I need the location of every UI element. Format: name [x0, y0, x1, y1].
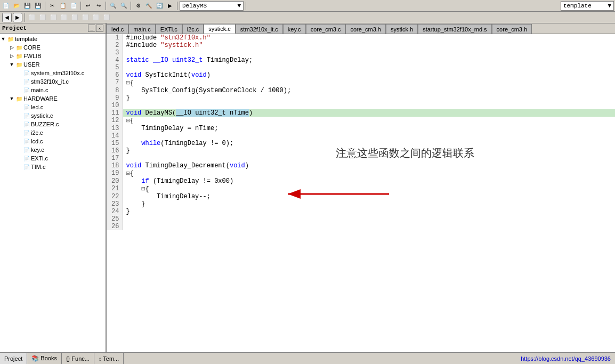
- panel-close-btn[interactable]: ✕: [96, 25, 103, 32]
- toolbar-extra5[interactable]: ⬜: [70, 13, 79, 22]
- tree-item-lcd[interactable]: 📄 lcd.c: [0, 137, 106, 145]
- line-content[interactable]: [123, 215, 615, 223]
- table-row: 21 ⊟{: [107, 185, 615, 193]
- tab-startup[interactable]: startup_stm32f10x_md.s: [418, 24, 491, 34]
- status-tab-func[interactable]: {} Func...: [62, 353, 94, 364]
- toolbar-build[interactable]: 🔨: [144, 1, 153, 11]
- line-content[interactable]: #include "systick.h": [123, 42, 615, 49]
- toolbar-redo[interactable]: ↪: [94, 1, 103, 11]
- tree-item-tim[interactable]: 📄 TIM.c: [0, 163, 106, 171]
- panel-minimize-btn[interactable]: _: [88, 25, 95, 32]
- line-content[interactable]: static __IO uint32_t TimingDelay;: [123, 56, 615, 64]
- status-tab-books[interactable]: 📚 Books: [27, 353, 62, 364]
- line-content[interactable]: }: [123, 200, 615, 208]
- status-bar: Project 📚 Books {} Func... ↕ Tem... http…: [0, 352, 615, 364]
- line-content[interactable]: [123, 102, 615, 109]
- tab-exti[interactable]: EXTi.c: [156, 24, 182, 34]
- tab-core3[interactable]: core_cm3.h: [492, 24, 532, 34]
- left-panel: Project _ ✕ ▼ 📁 template ▷ 📁 CORE ▷ 📁: [0, 23, 107, 352]
- tree-item-key[interactable]: 📄 key.c: [0, 145, 106, 154]
- toolbar-save[interactable]: 💾: [22, 1, 32, 11]
- tree-item-systick[interactable]: 📄 systick.c: [0, 111, 106, 120]
- tree-item-main[interactable]: 📄 main.c: [0, 86, 106, 94]
- led-expand-icon: [16, 104, 22, 110]
- stm32it-file-icon: 📄: [22, 78, 31, 85]
- toolbar-debug[interactable]: ▶: [165, 1, 175, 11]
- status-url: https://blog.csdn.net/qq_43690936: [521, 355, 615, 362]
- tree-item-fwlib[interactable]: ▷ 📁 FWLIB: [0, 52, 106, 60]
- toolbar-extra8[interactable]: ⬜: [102, 13, 111, 22]
- line-content[interactable]: ⊟{: [123, 185, 615, 193]
- toolbar-extra6[interactable]: ⬜: [80, 13, 90, 22]
- tree-item-user[interactable]: ▼ 📁 USER: [0, 60, 106, 69]
- toolbar-open[interactable]: 📂: [12, 1, 21, 11]
- nav-back-btn[interactable]: ◀: [2, 13, 12, 22]
- toolbar-replace[interactable]: 🔍: [119, 1, 128, 11]
- line-content[interactable]: ⊟{: [123, 117, 615, 125]
- nav-fwd-btn[interactable]: ▶: [13, 13, 22, 22]
- tab-i2c[interactable]: i2c.c: [182, 24, 204, 34]
- toolbar-extra1[interactable]: ⬜: [27, 13, 37, 22]
- line-content[interactable]: void TimingDelay_Decrement(void): [123, 162, 615, 169]
- line-content[interactable]: void SysTickInit(void): [123, 71, 615, 79]
- line-content[interactable]: [123, 155, 615, 162]
- line-content[interactable]: while(TimingDelay != 0);: [123, 140, 615, 147]
- line-content[interactable]: SysTick_Config(SystemCoreClock / 1000);: [123, 87, 615, 94]
- line-content[interactable]: TimingDelay--;: [123, 193, 615, 200]
- tab-systickh-label: systick.h: [391, 26, 413, 33]
- tree-item-buzzer[interactable]: 📄 BUZZER.c: [0, 120, 106, 128]
- table-row: 17: [107, 155, 615, 162]
- toolbar-save-all[interactable]: 💾: [33, 1, 43, 11]
- toolbar-extra3[interactable]: ⬜: [48, 13, 58, 22]
- table-row: 19⊟{: [107, 169, 615, 177]
- tab-core2[interactable]: core_cm3.h: [345, 24, 385, 34]
- tree-item-led[interactable]: 📄 led.c: [0, 103, 106, 111]
- tab-led[interactable]: led.c: [107, 24, 128, 34]
- tab-systickh[interactable]: systick.h: [386, 24, 418, 34]
- line-content[interactable]: ⊟{: [123, 79, 615, 87]
- line-number: 8: [107, 87, 123, 94]
- tree-item-core[interactable]: ▷ 📁 CORE: [0, 43, 106, 52]
- toolbar-cut[interactable]: ✂: [47, 1, 57, 11]
- toolbar-undo[interactable]: ↩: [83, 1, 93, 11]
- tree-item-i2c[interactable]: 📄 i2c.c: [0, 128, 106, 137]
- toolbar-compile[interactable]: ⚙: [133, 1, 143, 11]
- tab-systick[interactable]: systick.c: [204, 24, 236, 34]
- toolbar-find[interactable]: 🔍: [108, 1, 118, 11]
- line-content[interactable]: void DelayMS(__IO uint32_t nTime): [123, 109, 615, 117]
- line-content[interactable]: [123, 49, 615, 56]
- toolbar-paste[interactable]: 📄: [69, 1, 78, 11]
- toolbar-copy[interactable]: 📋: [58, 1, 68, 11]
- toolbar-extra7[interactable]: ⬜: [91, 13, 101, 22]
- function-dropdown[interactable]: DelayMS ▼: [180, 1, 244, 11]
- line-content[interactable]: [123, 132, 615, 140]
- tree-root[interactable]: ▼ 📁 template: [0, 35, 106, 43]
- tree-item-exti[interactable]: 📄 EXTi.c: [0, 154, 106, 163]
- line-content[interactable]: }: [123, 147, 615, 155]
- line-content[interactable]: if (TimingDelay != 0x00): [123, 177, 615, 185]
- tree-item-hardware[interactable]: ▼ 📁 HARDWARE: [0, 94, 106, 103]
- toolbar-new[interactable]: 📄: [1, 1, 11, 11]
- table-row: 2#include "systick.h": [107, 42, 615, 49]
- line-content[interactable]: }: [123, 208, 615, 215]
- status-tab-tem[interactable]: ↕ Tem...: [94, 353, 124, 364]
- toolbar-extra4[interactable]: ⬜: [59, 13, 69, 22]
- tab-key[interactable]: key.c: [283, 24, 306, 34]
- line-content[interactable]: [123, 64, 615, 71]
- status-tab-project[interactable]: Project: [0, 353, 27, 364]
- tab-main[interactable]: main.c: [128, 24, 155, 34]
- toolbar-extra2[interactable]: ⬜: [38, 13, 47, 22]
- line-content[interactable]: #include "stm32f10x.h": [123, 34, 615, 42]
- code-area[interactable]: 1#include "stm32f10x.h"2#include "systic…: [107, 34, 615, 352]
- line-content[interactable]: }: [123, 94, 615, 102]
- line-content[interactable]: [123, 223, 615, 230]
- toolbar-rebuild[interactable]: 🔄: [155, 1, 164, 11]
- tree-item-system[interactable]: 📄 system_stm32f10x.c: [0, 69, 106, 77]
- tab-core1[interactable]: core_cm3.c: [306, 24, 346, 34]
- tree-item-stm32it[interactable]: 📄 stm32f10x_it.c: [0, 77, 106, 86]
- tab-stm32[interactable]: stm32f10x_it.c: [236, 24, 283, 34]
- line-content[interactable]: ⊟{: [123, 169, 615, 177]
- buzzer-label: BUZZER.c: [31, 121, 59, 127]
- line-content[interactable]: TimingDelay = nTime;: [123, 125, 615, 132]
- template-dropdown[interactable]: template ▼: [561, 1, 614, 11]
